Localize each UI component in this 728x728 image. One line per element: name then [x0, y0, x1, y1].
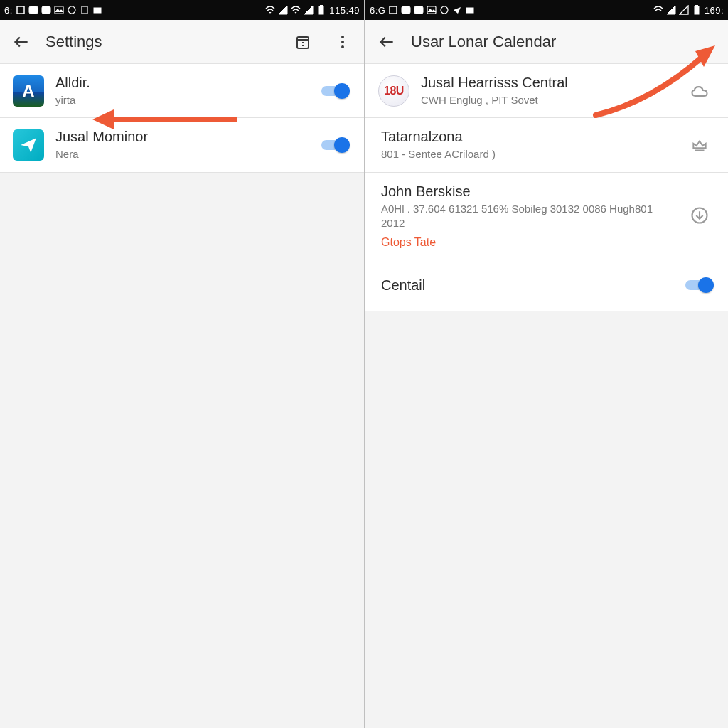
screen-settings: 6: 115:49 Settings — [0, 0, 364, 728]
toggle-switch[interactable] — [321, 83, 350, 99]
toggle-switch[interactable] — [321, 137, 350, 153]
svg-rect-2 — [42, 6, 50, 14]
svg-point-11 — [341, 41, 344, 43]
list-item-link[interactable]: Gtops Tate — [381, 236, 673, 249]
calendar-list: 18U Jusal Hearrisss Central CWH Englug ,… — [365, 64, 728, 311]
svg-point-4 — [68, 6, 75, 14]
plane-icon — [452, 5, 462, 15]
list-item-title: Centail — [381, 277, 673, 294]
download-action[interactable] — [684, 200, 715, 231]
badge-icon — [414, 5, 424, 15]
wifi-icon — [291, 5, 301, 15]
svg-rect-1 — [29, 6, 38, 14]
date-badge-icon: 18U — [378, 75, 410, 107]
list-item[interactable]: John Berskise A0Hl . 37.604 61321 516% S… — [365, 173, 728, 260]
signal-icon — [679, 5, 689, 15]
cloud-icon — [690, 81, 710, 101]
list-item[interactable]: 18U Jusal Hearrisss Central CWH Englug ,… — [365, 64, 728, 118]
overflow-menu[interactable] — [327, 26, 358, 58]
status-left-text: 6: — [4, 5, 13, 16]
svg-point-10 — [341, 36, 344, 38]
more-vert-icon — [334, 33, 351, 50]
svg-rect-21 — [695, 6, 699, 14]
app-icon-mominor — [13, 129, 44, 161]
list-item[interactable]: Alldir. yirta — [0, 64, 364, 118]
card-icon — [465, 5, 475, 15]
calendar-action[interactable] — [287, 26, 318, 58]
settings-list: Alldir. yirta Jusal Mominor Nera — [0, 64, 364, 173]
list-item-subtitle: yirta — [55, 93, 309, 107]
list-item[interactable]: Jusal Mominor Nera — [0, 118, 364, 172]
svg-rect-16 — [402, 6, 410, 14]
list-item[interactable]: Tatarnalzona 801 - Sentee ACriloard ) — [365, 118, 728, 172]
list-item-title: Alldir. — [55, 74, 309, 92]
note-icon — [80, 5, 90, 15]
svg-rect-0 — [17, 6, 24, 14]
svg-rect-5 — [82, 6, 87, 14]
calendar-icon — [294, 33, 311, 50]
svg-rect-6 — [94, 8, 101, 13]
svg-rect-3 — [55, 6, 63, 14]
svg-rect-18 — [427, 6, 436, 14]
page-title: Usar Lonar Calendar — [411, 33, 722, 51]
list-item-subtitle: A0Hl . 37.604 61321 516% Sobileg 30132 0… — [381, 202, 673, 231]
app-bar: Settings — [0, 20, 364, 64]
card-icon — [92, 5, 102, 15]
sync-icon — [439, 5, 449, 15]
list-item-title: Jusal Mominor — [55, 128, 309, 146]
image-icon — [54, 5, 64, 15]
square-icon — [388, 5, 398, 15]
sync-icon — [67, 5, 77, 15]
signal-icon — [304, 5, 314, 15]
status-left-text: 6:G — [370, 5, 385, 16]
battery-icon — [692, 5, 702, 15]
paper-plane-icon — [19, 136, 38, 154]
svg-rect-17 — [414, 6, 423, 14]
back-arrow-icon — [12, 33, 31, 51]
cloud-action[interactable] — [684, 75, 715, 107]
wifi-icon — [653, 5, 663, 15]
status-time: 169: — [705, 5, 724, 16]
status-bar: 6: 115:49 — [0, 0, 364, 20]
list-item-subtitle: CWH Englug , PIT Sovet — [421, 93, 673, 107]
list-item-subtitle: Nera — [55, 147, 309, 161]
crown-action[interactable] — [684, 129, 715, 161]
wifi-icon — [265, 5, 275, 15]
back-button[interactable] — [371, 26, 402, 58]
screen-calendar: 6:G 169: Usar Lonar Calendar — [364, 0, 728, 728]
svg-rect-15 — [390, 6, 397, 14]
list-item-title: John Berskise — [381, 183, 673, 200]
badge-icon — [28, 5, 38, 15]
list-item[interactable]: Centail — [365, 259, 728, 311]
signal-icon — [278, 5, 288, 15]
svg-rect-20 — [466, 8, 473, 13]
list-item-title: Tatarnalzona — [381, 128, 673, 146]
app-icon-alldir — [13, 75, 44, 107]
toggle-switch[interactable] — [685, 277, 714, 293]
battery-icon — [316, 5, 326, 15]
svg-rect-22 — [695, 6, 697, 7]
list-item-title: Jusal Hearrisss Central — [421, 74, 673, 92]
status-time: 115:49 — [329, 5, 360, 16]
signal-icon — [666, 5, 676, 15]
back-arrow-icon — [378, 33, 396, 51]
svg-rect-8 — [321, 6, 323, 7]
badge-icon — [41, 5, 51, 15]
date-badge-text: 18U — [384, 85, 404, 97]
svg-point-12 — [341, 46, 344, 48]
back-button[interactable] — [6, 26, 37, 58]
list-item-subtitle: 801 - Sentee ACriloard ) — [381, 147, 673, 161]
svg-point-19 — [441, 6, 448, 14]
svg-rect-7 — [319, 6, 323, 14]
image-icon — [427, 5, 437, 15]
download-circle-icon — [690, 205, 710, 225]
status-bar: 6:G 169: — [365, 0, 728, 20]
crown-icon — [690, 136, 709, 154]
square-icon — [16, 5, 26, 15]
app-bar: Usar Lonar Calendar — [365, 20, 728, 64]
badge-icon — [401, 5, 411, 15]
page-title: Settings — [46, 33, 279, 51]
